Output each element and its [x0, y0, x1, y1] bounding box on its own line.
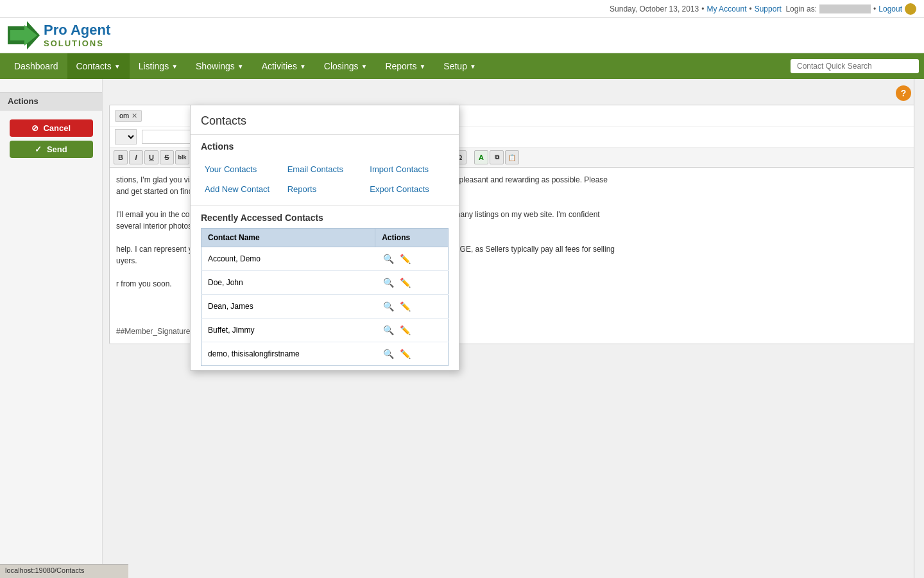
support-link[interactable]: Support: [755, 4, 782, 13]
my-account-link[interactable]: My Account: [706, 4, 746, 13]
nav-showings[interactable]: Showings ▼: [187, 53, 253, 79]
user-name: [819, 4, 871, 13]
logo-bar: Pro Agent SOLUTIONS: [0, 18, 924, 53]
actions-label: Actions: [0, 92, 102, 110]
add-new-contact-link[interactable]: Add New Contact: [201, 179, 284, 199]
dropdown-title: Contacts: [201, 114, 449, 128]
contact-actions-cell: 🔍 ✏️: [375, 295, 449, 319]
nav-contacts[interactable]: Contacts ▼: [67, 53, 130, 79]
cancel-icon: ⊘: [31, 123, 38, 133]
contact-actions-cell: 🔍 ✏️: [375, 342, 449, 366]
recently-accessed-label: Recently Accessed Contacts: [201, 213, 449, 223]
toolbar-font-a[interactable]: A: [474, 150, 488, 164]
logo-pro-agent: Pro Agent: [44, 22, 110, 38]
table-row: Doe, John 🔍 ✏️: [201, 271, 449, 295]
contact-name-cell: demo, thisisalongfirstname: [201, 342, 375, 366]
col-header-actions: Actions: [375, 229, 449, 247]
toolbar-block[interactable]: blk: [175, 150, 189, 164]
setup-arrow-icon: ▼: [470, 63, 476, 70]
contact-quick-search-input[interactable]: [791, 59, 919, 73]
view-contact-button[interactable]: 🔍: [382, 252, 396, 266]
edit-contact-button[interactable]: ✏️: [398, 252, 413, 266]
contacts-arrow-icon: ▼: [114, 63, 121, 70]
toolbar-bold[interactable]: B: [114, 150, 128, 164]
dropdown-actions-label: Actions: [191, 135, 459, 155]
date-label: Sunday, October 13, 2013: [610, 4, 699, 13]
view-contact-button[interactable]: 🔍: [382, 299, 396, 313]
table-row: Buffet, Jimmy 🔍 ✏️: [201, 319, 449, 342]
nav-dashboard[interactable]: Dashboard: [5, 53, 67, 79]
sep3: •: [873, 4, 876, 13]
your-contacts-link[interactable]: Your Contacts: [201, 159, 284, 179]
scrollbar[interactable]: [914, 79, 924, 578]
toolbar-paste[interactable]: 📋: [505, 150, 519, 164]
closings-arrow-icon: ▼: [361, 63, 367, 70]
contact-name-cell: Dean, James: [201, 295, 375, 319]
view-contact-button[interactable]: 🔍: [382, 323, 396, 337]
email-to-tag: om ✕: [115, 110, 142, 122]
listings-arrow-icon: ▼: [171, 63, 178, 70]
send-button[interactable]: ✓ Send: [10, 141, 93, 158]
toolbar-underline[interactable]: U: [144, 150, 158, 164]
table-row: Dean, James 🔍 ✏️: [201, 295, 449, 319]
nav-activities[interactable]: Activities ▼: [253, 53, 315, 79]
toolbar-strike[interactable]: S: [160, 150, 174, 164]
nav-setup[interactable]: Setup ▼: [434, 53, 485, 79]
sep1: •: [701, 4, 704, 13]
top-bar: Sunday, October 13, 2013 • My Account • …: [0, 0, 924, 18]
import-contacts-link[interactable]: Import Contacts: [366, 159, 449, 179]
contacts-dropdown: Contacts Actions Your Contacts Email Con…: [190, 105, 459, 371]
contact-name-cell: Doe, John: [201, 271, 375, 295]
send-icon: ✓: [35, 144, 42, 154]
showings-arrow-icon: ▼: [237, 63, 244, 70]
logo: Pro Agent SOLUTIONS: [8, 21, 110, 49]
reports-arrow-icon: ▼: [419, 63, 425, 70]
activities-arrow-icon: ▼: [300, 63, 306, 70]
dropdown-header: Contacts: [191, 105, 459, 135]
nav-closings[interactable]: Closings ▼: [315, 53, 377, 79]
email-subject-select[interactable]: [115, 129, 137, 144]
toolbar-copy[interactable]: ⧉: [490, 150, 504, 164]
toolbar-italic[interactable]: I: [129, 150, 143, 164]
view-contact-button[interactable]: 🔍: [382, 347, 396, 361]
table-row: demo, thisisalongfirstname 🔍 ✏️: [201, 342, 449, 366]
nav-listings[interactable]: Listings ▼: [130, 53, 187, 79]
contact-name-cell: Buffet, Jimmy: [201, 319, 375, 342]
contact-name-cell: Account, Demo: [201, 247, 375, 271]
contact-actions-cell: 🔍 ✏️: [375, 271, 449, 295]
remove-tag-button[interactable]: ✕: [132, 112, 137, 120]
col-header-name: Contact Name: [201, 229, 375, 247]
reports-link[interactable]: Reports: [284, 179, 366, 199]
edit-contact-button[interactable]: ✏️: [398, 347, 413, 361]
edit-contact-button[interactable]: ✏️: [398, 323, 413, 337]
main-content: Actions ⊘ Cancel ✓ Send ? om ✕: [0, 79, 924, 578]
contacts-table: Contact Name Actions Account, Demo 🔍 ✏️ …: [201, 228, 449, 366]
nav-reports[interactable]: Reports ▼: [376, 53, 434, 79]
dropdown-actions-grid: Your Contacts Email Contacts Import Cont…: [191, 155, 459, 206]
contact-actions-cell: 🔍 ✏️: [375, 247, 449, 271]
content-area: ? om ✕ B I U S: [103, 79, 924, 578]
edit-contact-button[interactable]: ✏️: [398, 276, 413, 290]
logo-arrow-icon: [8, 21, 40, 49]
contact-actions-cell: 🔍 ✏️: [375, 319, 449, 342]
cancel-button[interactable]: ⊘ Cancel: [10, 119, 93, 137]
recently-accessed-section: Recently Accessed Contacts Contact Name …: [191, 206, 459, 370]
email-contacts-link[interactable]: Email Contacts: [284, 159, 366, 179]
sep2: •: [749, 4, 751, 13]
table-row: Account, Demo 🔍 ✏️: [201, 247, 449, 271]
export-contacts-link[interactable]: Export Contacts: [366, 179, 449, 199]
logo-solutions: SOLUTIONS: [44, 39, 110, 48]
logout-link[interactable]: Logout: [878, 4, 902, 13]
edit-contact-button[interactable]: ✏️: [398, 299, 413, 313]
status-bar: localhost:19080/Contacts: [0, 564, 128, 578]
view-contact-button[interactable]: 🔍: [382, 276, 396, 290]
sidebar: Actions ⊘ Cancel ✓ Send: [0, 79, 103, 578]
nav-bar: Dashboard Contacts ▼ Listings ▼ Showings…: [0, 53, 924, 79]
help-icon[interactable]: ?: [896, 85, 911, 101]
login-as-label: Login as:: [785, 4, 817, 13]
